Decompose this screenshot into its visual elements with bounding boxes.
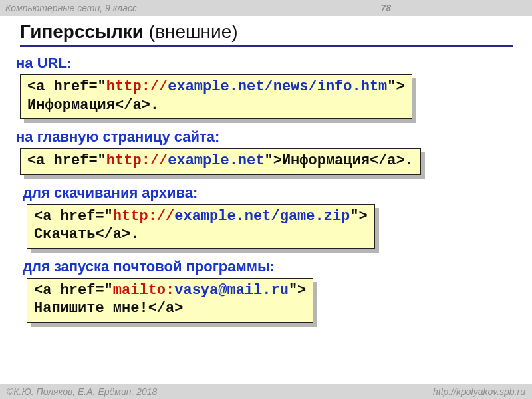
code-example: <a href="mailto:vasya@mail.ru"> Напишите… — [27, 278, 313, 323]
code-token: http:// — [113, 208, 174, 225]
code-token: http:// — [106, 78, 168, 95]
title-paren: (внешние) — [144, 21, 237, 42]
code-token: <a href=" — [27, 78, 106, 95]
code-token: <a href=" — [27, 152, 106, 169]
code-token: <a href=" — [34, 282, 113, 299]
section-label: для скачивания архива: — [23, 184, 513, 201]
code-token: Скачать</a>. — [34, 226, 139, 243]
code-token: vasya@mail.ru — [174, 282, 289, 299]
section-label: на URL: — [16, 55, 513, 72]
page-number: 78 — [380, 3, 524, 13]
code-example: <a href="http://example.net/news/info.ht… — [20, 74, 412, 119]
code-token: example.net/game.zip — [174, 208, 350, 225]
code-token: <a href=" — [34, 208, 113, 225]
footer-copyright: ©К.Ю. Поляков, Е.А. Ерёмин, 2018 — [7, 386, 157, 397]
code-token: example.net — [168, 152, 264, 169]
section-label: для запуска почтовой программы: — [23, 258, 513, 275]
section-label: на главную страницу сайта: — [16, 128, 513, 146]
code-token: ">Информация</a>. — [264, 152, 413, 169]
header-bar: Компьютерные сети, 9 класс 78 — [0, 0, 532, 16]
code-box: <a href="mailto:vasya@mail.ru"> Напишите… — [27, 278, 313, 323]
slide-title: Гиперссылки (внешние) — [20, 21, 513, 47]
code-token: "> — [350, 208, 367, 225]
code-token: http:// — [106, 152, 168, 169]
title-bold: Гиперссылки — [20, 21, 144, 42]
code-token: Информация</a>. — [27, 97, 159, 114]
code-token: "> — [387, 78, 404, 95]
code-token: "> — [289, 282, 306, 299]
code-example: <a href="http://example.net">Информация<… — [20, 148, 421, 175]
code-example: <a href="http://example.net/game.zip"> С… — [27, 204, 375, 249]
footer-url: http://kpolyakov.spb.ru — [433, 386, 525, 397]
slide-content: Гиперссылки (внешние) на URL:<a href="ht… — [0, 16, 532, 329]
code-token: example.net/news/info.htm — [168, 78, 387, 95]
code-box: <a href="http://example.net/game.zip"> С… — [27, 204, 375, 249]
code-box: <a href="http://example.net/news/info.ht… — [20, 74, 412, 119]
code-token: mailto: — [113, 282, 174, 299]
footer-bar: ©К.Ю. Поляков, Е.А. Ерёмин, 2018 http://… — [0, 384, 532, 399]
code-token: Напишите мне!</a> — [34, 300, 183, 317]
code-box: <a href="http://example.net">Информация<… — [20, 148, 421, 175]
course-title: Компьютерные сети, 9 класс — [5, 3, 137, 13]
